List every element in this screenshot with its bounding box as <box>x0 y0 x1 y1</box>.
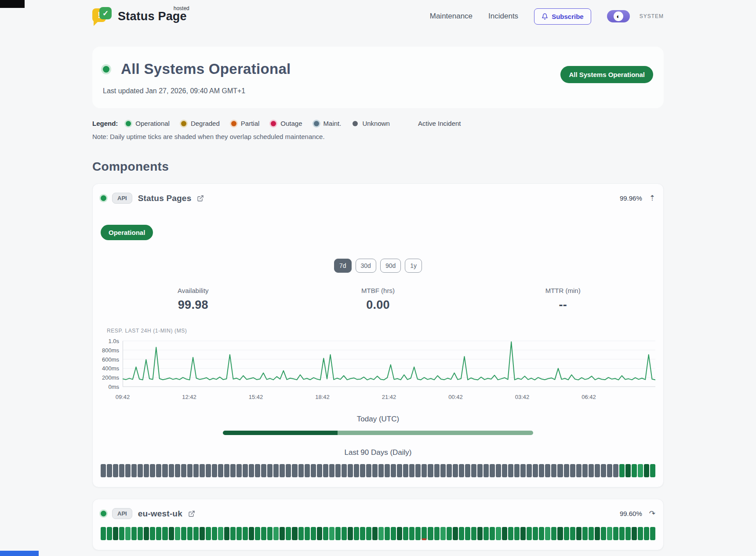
uptime-day-tick[interactable] <box>613 464 618 477</box>
uptime-day-tick[interactable] <box>187 527 193 540</box>
uptime-day-tick[interactable] <box>644 464 649 477</box>
uptime-day-tick[interactable] <box>236 527 242 540</box>
uptime-day-tick[interactable] <box>638 527 643 540</box>
uptime-day-tick[interactable] <box>329 527 334 540</box>
uptime-day-tick[interactable] <box>385 464 390 477</box>
uptime-day-tick[interactable] <box>465 527 470 540</box>
uptime-day-tick[interactable] <box>372 464 378 477</box>
uptime-day-tick[interactable] <box>613 527 618 540</box>
uptime-day-tick[interactable] <box>175 527 180 540</box>
uptime-day-tick[interactable] <box>471 464 476 477</box>
uptime-day-tick[interactable] <box>397 464 402 477</box>
uptime-day-tick[interactable] <box>181 527 186 540</box>
uptime-day-tick[interactable] <box>409 527 414 540</box>
theme-toggle[interactable]: ◐ <box>607 10 630 22</box>
uptime-day-tick[interactable] <box>193 464 199 477</box>
uptime-day-tick[interactable] <box>329 464 334 477</box>
uptime-day-tick[interactable] <box>564 464 569 477</box>
uptime-day-tick[interactable] <box>415 527 421 540</box>
uptime-day-tick[interactable] <box>483 527 489 540</box>
uptime-day-tick[interactable] <box>243 464 248 477</box>
uptime-day-tick[interactable] <box>545 464 550 477</box>
uptime-day-tick[interactable] <box>372 527 378 540</box>
uptime-day-tick[interactable] <box>644 527 649 540</box>
uptime-day-tick[interactable] <box>305 527 310 540</box>
uptime-day-tick[interactable] <box>601 527 606 540</box>
uptime-day-tick[interactable] <box>459 527 464 540</box>
uptime-day-tick[interactable] <box>447 527 452 540</box>
uptime-day-tick[interactable] <box>162 464 167 477</box>
uptime-day-tick[interactable] <box>218 464 223 477</box>
uptime-day-tick[interactable] <box>255 527 260 540</box>
uptime-day-tick[interactable] <box>638 464 643 477</box>
uptime-day-tick[interactable] <box>335 464 341 477</box>
uptime-day-tick[interactable] <box>576 527 582 540</box>
uptime-day-tick[interactable] <box>317 464 322 477</box>
range-button-1y[interactable]: 1y <box>405 259 422 273</box>
uptime-day-tick[interactable] <box>267 464 273 477</box>
collapse-arrow-icon[interactable]: ⇡ <box>649 194 655 202</box>
uptime-day-tick[interactable] <box>125 464 131 477</box>
uptime-day-tick[interactable] <box>589 464 594 477</box>
uptime-day-tick[interactable] <box>403 527 408 540</box>
uptime-day-tick[interactable] <box>557 527 563 540</box>
expand-arrow-icon[interactable]: ↷ <box>649 510 655 517</box>
uptime-day-tick[interactable] <box>156 527 161 540</box>
uptime-day-tick[interactable] <box>101 464 106 477</box>
external-link-icon[interactable] <box>197 195 204 202</box>
uptime-day-tick[interactable] <box>502 527 507 540</box>
uptime-day-tick[interactable] <box>354 527 359 540</box>
uptime-day-tick[interactable] <box>131 527 137 540</box>
uptime-day-tick[interactable] <box>514 527 520 540</box>
uptime-day-tick[interactable] <box>650 527 655 540</box>
uptime-day-tick[interactable] <box>255 464 260 477</box>
uptime-day-tick[interactable] <box>138 527 143 540</box>
uptime-day-tick[interactable] <box>496 527 501 540</box>
uptime-day-tick[interactable] <box>428 527 433 540</box>
uptime-day-tick[interactable] <box>557 464 563 477</box>
uptime-day-tick[interactable] <box>607 527 612 540</box>
uptime-day-tick[interactable] <box>570 464 575 477</box>
uptime-day-tick[interactable] <box>447 464 452 477</box>
uptime-day-tick[interactable] <box>508 464 513 477</box>
uptime-day-tick[interactable] <box>317 527 322 540</box>
uptime-day-tick[interactable] <box>551 527 556 540</box>
subscribe-button[interactable]: Subscribe <box>534 8 591 25</box>
uptime-day-tick[interactable] <box>471 527 476 540</box>
uptime-day-tick[interactable] <box>465 464 470 477</box>
uptime-day-tick[interactable] <box>434 464 440 477</box>
uptime-day-tick[interactable] <box>428 464 433 477</box>
nav-maintenance[interactable]: Maintenance <box>430 12 472 21</box>
uptime-day-tick[interactable] <box>218 527 223 540</box>
uptime-day-tick[interactable] <box>582 464 588 477</box>
uptime-day-tick[interactable] <box>224 464 229 477</box>
uptime-day-tick[interactable] <box>619 464 625 477</box>
uptime-day-tick[interactable] <box>490 464 495 477</box>
uptime-day-tick[interactable] <box>539 527 544 540</box>
uptime-day-tick[interactable] <box>595 527 600 540</box>
uptime-day-tick[interactable] <box>595 464 600 477</box>
uptime-day-tick[interactable] <box>125 527 131 540</box>
uptime-day-tick[interactable] <box>440 464 446 477</box>
uptime-day-tick[interactable] <box>366 527 371 540</box>
uptime-day-tick[interactable] <box>144 527 149 540</box>
range-button-30d[interactable]: 30d <box>356 259 376 273</box>
uptime-day-tick[interactable] <box>169 527 174 540</box>
uptime-day-tick[interactable] <box>311 527 316 540</box>
uptime-day-tick[interactable] <box>224 527 229 540</box>
uptime-day-tick[interactable] <box>632 527 637 540</box>
uptime-day-tick[interactable] <box>286 464 291 477</box>
uptime-day-tick[interactable] <box>354 464 359 477</box>
uptime-day-tick[interactable] <box>113 464 118 477</box>
range-button-90d[interactable]: 90d <box>380 259 401 273</box>
uptime-day-tick[interactable] <box>391 527 396 540</box>
uptime-day-tick[interactable] <box>409 464 414 477</box>
uptime-day-tick[interactable] <box>502 464 507 477</box>
uptime-day-tick[interactable] <box>422 464 427 477</box>
uptime-day-tick[interactable] <box>323 464 328 477</box>
uptime-day-tick[interactable] <box>527 464 532 477</box>
uptime-day-tick[interactable] <box>131 464 137 477</box>
uptime-day-tick[interactable] <box>230 527 236 540</box>
uptime-day-tick[interactable] <box>107 464 112 477</box>
uptime-day-tick[interactable] <box>477 464 483 477</box>
